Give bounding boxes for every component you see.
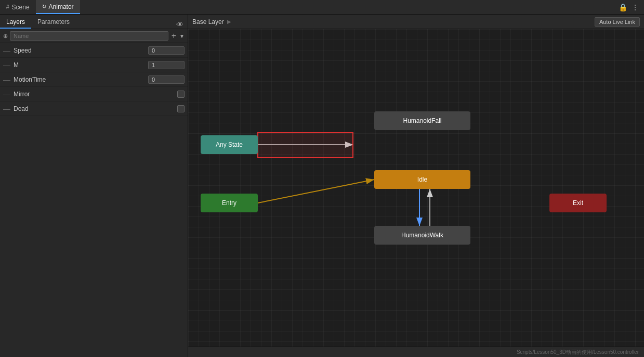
param-value-motiontime[interactable]	[148, 75, 185, 84]
add-parameter-button[interactable]: +	[170, 32, 177, 40]
scene-tab[interactable]: # Scene	[0, 0, 36, 14]
param-row-m[interactable]: — M	[0, 58, 188, 72]
panel-tab-right: 👁	[176, 20, 188, 29]
node-humanoid-fall[interactable]: HumanoidFall	[374, 111, 470, 130]
param-value-speed[interactable]	[148, 46, 185, 55]
param-row-mirror[interactable]: — Mirror	[0, 87, 188, 101]
node-entry[interactable]: Entry	[201, 194, 258, 212]
lock-icon[interactable]: 🔒	[619, 3, 627, 11]
param-row-dead[interactable]: — Dead	[0, 101, 188, 116]
auto-live-link-button[interactable]: Auto Live Link	[595, 17, 640, 27]
node-exit[interactable]: Exit	[549, 194, 607, 212]
param-type-icon-motiontime: —	[3, 75, 10, 84]
footer: Scripts/Lesson50_3D动画的使用/Lesson50.contro…	[188, 347, 644, 357]
right-panel: Base Layer ▶ Auto Live Link	[188, 15, 644, 357]
param-checkbox-mirror[interactable]	[177, 91, 185, 98]
param-row-speed[interactable]: — Speed	[0, 43, 188, 58]
left-panel: Layers Parameters 👁 ⊕ + ▼ — Speed —	[0, 15, 188, 357]
param-type-icon-mirror: —	[3, 90, 10, 98]
node-humanoid-walk[interactable]: HumanoidWalk	[374, 226, 470, 245]
param-value-m[interactable]	[148, 61, 185, 69]
param-type-icon-speed: —	[3, 46, 10, 55]
top-bar: # Scene ↻ Animator 🔒 ⋮	[0, 0, 644, 15]
animator-tab-label: Animator	[49, 3, 74, 10]
tab-layers[interactable]: Layers	[0, 16, 31, 29]
animator-tab[interactable]: ↻ Animator	[36, 0, 80, 14]
eye-icon[interactable]: 👁	[176, 20, 183, 29]
animator-header: Base Layer ▶ Auto Live Link	[188, 15, 644, 29]
footer-path: Scripts/Lesson50_3D动画的使用/Lesson50.contro…	[517, 349, 639, 356]
breadcrumb-arrow-icon: ▶	[227, 19, 231, 24]
params-list: — Speed — M — MotionTime — Mirror —	[0, 43, 188, 357]
base-layer-label: Base Layer	[192, 18, 224, 26]
search-input[interactable]	[10, 31, 168, 41]
param-name-speed: Speed	[14, 47, 145, 54]
param-name-motiontime: MotionTime	[14, 76, 145, 83]
param-row-motiontime[interactable]: — MotionTime	[0, 72, 188, 87]
param-type-icon-m: —	[3, 61, 10, 69]
node-idle[interactable]: Idle	[374, 170, 470, 189]
animator-icon: ↻	[42, 4, 46, 9]
svg-line-3	[258, 180, 374, 203]
param-type-icon-dead: —	[3, 105, 10, 113]
more-icon[interactable]: ⋮	[632, 3, 639, 11]
tab-parameters[interactable]: Parameters	[31, 16, 76, 29]
dropdown-arrow-icon[interactable]: ▼	[179, 33, 185, 39]
selection-highlight-box	[257, 132, 353, 158]
animator-canvas[interactable]: Any State Entry HumanoidFall Idle Humano…	[188, 29, 644, 347]
node-any-state[interactable]: Any State	[201, 135, 258, 154]
search-icon: ⊕	[3, 33, 8, 40]
param-name-dead: Dead	[14, 105, 174, 112]
scene-tab-label: Scene	[12, 4, 30, 11]
param-name-mirror: Mirror	[14, 91, 174, 98]
param-checkbox-dead[interactable]	[177, 105, 185, 112]
search-bar: ⊕ + ▼	[0, 29, 188, 43]
main-layout: Layers Parameters 👁 ⊕ + ▼ — Speed —	[0, 15, 644, 357]
scene-icon: #	[6, 4, 9, 10]
panel-tabs: Layers Parameters 👁	[0, 15, 188, 29]
param-name-m: M	[14, 61, 145, 69]
top-bar-right: 🔒 ⋮	[619, 3, 644, 11]
